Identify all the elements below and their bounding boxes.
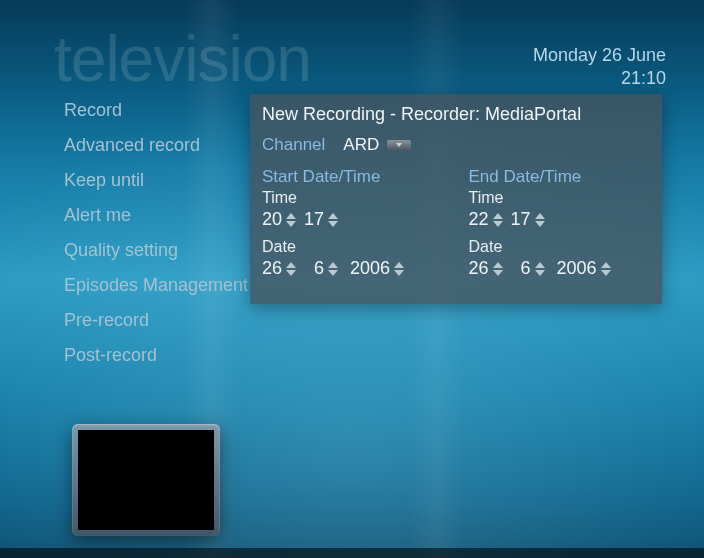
start-minute-stepper[interactable]: 17 bbox=[304, 209, 338, 230]
end-minute-stepper[interactable]: 17 bbox=[511, 209, 545, 230]
sidebar-item-pre-record[interactable]: Pre-record bbox=[64, 310, 248, 331]
end-hour-stepper[interactable]: 22 bbox=[469, 209, 503, 230]
end-time-label: Time bbox=[469, 189, 651, 207]
stepper-arrows-icon[interactable] bbox=[493, 262, 503, 276]
stepper-arrows-icon[interactable] bbox=[535, 213, 545, 227]
preview-video bbox=[78, 430, 214, 530]
end-year-stepper[interactable]: 2006 bbox=[553, 258, 611, 279]
stepper-arrows-icon[interactable] bbox=[535, 262, 545, 276]
stepper-arrows-icon[interactable] bbox=[601, 262, 611, 276]
clock: Monday 26 June 21:10 bbox=[533, 44, 666, 91]
stepper-arrows-icon[interactable] bbox=[493, 213, 503, 227]
start-minute-value: 17 bbox=[304, 209, 324, 230]
end-month-value: 6 bbox=[511, 258, 531, 279]
stepper-arrows-icon[interactable] bbox=[286, 262, 296, 276]
start-hour-stepper[interactable]: 20 bbox=[262, 209, 296, 230]
sidebar-item-alert-me[interactable]: Alert me bbox=[64, 205, 248, 226]
end-minute-value: 17 bbox=[511, 209, 531, 230]
sidebar-item-advanced-record[interactable]: Advanced record bbox=[64, 135, 248, 156]
stepper-arrows-icon[interactable] bbox=[328, 262, 338, 276]
end-month-stepper[interactable]: 6 bbox=[511, 258, 545, 279]
sidebar-item-quality-setting[interactable]: Quality setting bbox=[64, 240, 248, 261]
end-hour-value: 22 bbox=[469, 209, 489, 230]
start-day-stepper[interactable]: 26 bbox=[262, 258, 296, 279]
title-watermark: television bbox=[54, 22, 311, 96]
start-month-value: 6 bbox=[304, 258, 324, 279]
sidebar-item-record[interactable]: Record bbox=[64, 100, 248, 121]
start-hour-value: 20 bbox=[262, 209, 282, 230]
panel-title: New Recording - Recorder: MediaPortal bbox=[262, 104, 650, 125]
channel-label: Channel bbox=[262, 135, 325, 155]
start-heading: Start Date/Time bbox=[262, 167, 444, 187]
start-day-value: 26 bbox=[262, 258, 282, 279]
end-date-label: Date bbox=[469, 238, 651, 256]
stepper-arrows-icon[interactable] bbox=[286, 213, 296, 227]
stepper-arrows-icon[interactable] bbox=[394, 262, 404, 276]
channel-value: ARD bbox=[343, 135, 379, 155]
clock-date: Monday 26 June bbox=[533, 44, 666, 67]
clock-time: 21:10 bbox=[533, 67, 666, 90]
end-column: End Date/Time Time 22 17 Date 26 bbox=[469, 167, 651, 279]
new-recording-panel: New Recording - Recorder: MediaPortal Ch… bbox=[250, 94, 662, 304]
sidebar-item-episodes-management[interactable]: Episodes Management bbox=[64, 275, 248, 296]
sidebar: Record Advanced record Keep until Alert … bbox=[64, 100, 248, 366]
stepper-arrows-icon[interactable] bbox=[328, 213, 338, 227]
start-column: Start Date/Time Time 20 17 Date 26 bbox=[262, 167, 444, 279]
end-day-stepper[interactable]: 26 bbox=[469, 258, 503, 279]
channel-dropdown[interactable] bbox=[387, 140, 411, 150]
start-month-stepper[interactable]: 6 bbox=[304, 258, 338, 279]
start-date-label: Date bbox=[262, 238, 444, 256]
start-year-stepper[interactable]: 2006 bbox=[346, 258, 404, 279]
sidebar-item-keep-until[interactable]: Keep until bbox=[64, 170, 248, 191]
end-year-value: 2006 bbox=[553, 258, 597, 279]
end-day-value: 26 bbox=[469, 258, 489, 279]
preview-thumbnail[interactable] bbox=[72, 424, 220, 536]
start-time-label: Time bbox=[262, 189, 444, 207]
end-heading: End Date/Time bbox=[469, 167, 651, 187]
sidebar-item-post-record[interactable]: Post-record bbox=[64, 345, 248, 366]
start-year-value: 2006 bbox=[346, 258, 390, 279]
